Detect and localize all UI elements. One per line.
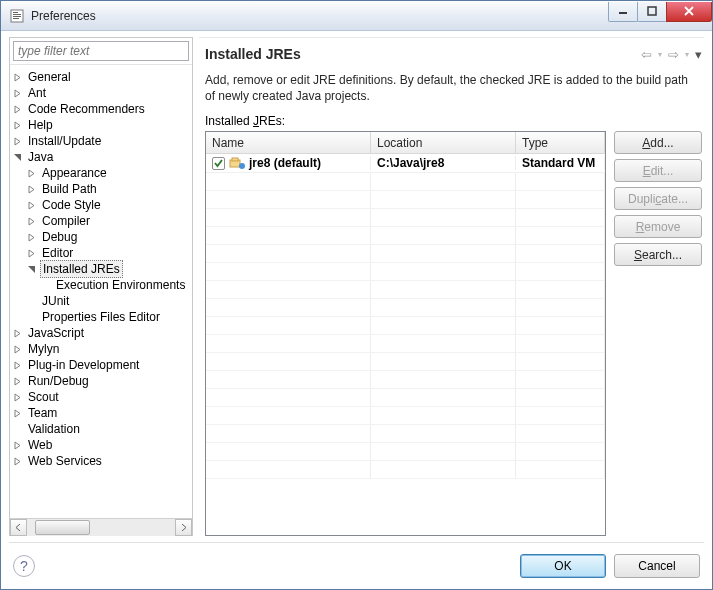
expand-icon[interactable] <box>12 120 23 131</box>
tree-item-label[interactable]: Build Path <box>40 181 99 197</box>
expand-icon[interactable] <box>26 200 37 211</box>
tree-item[interactable]: Compiler <box>26 213 192 229</box>
expand-icon[interactable] <box>12 456 23 467</box>
column-name[interactable]: Name <box>206 132 371 153</box>
svg-rect-2 <box>13 14 21 15</box>
tree-item-label[interactable]: Web <box>26 437 54 453</box>
scroll-left-button[interactable] <box>10 519 27 536</box>
tree-item-label[interactable]: JavaScript <box>26 325 86 341</box>
expand-icon[interactable] <box>26 184 37 195</box>
app-icon <box>9 8 25 24</box>
tree-item[interactable]: Debug <box>26 229 192 245</box>
titlebar[interactable]: Preferences <box>1 1 712 31</box>
tree-item-label[interactable]: Validation <box>26 421 82 437</box>
cancel-button[interactable]: Cancel <box>614 554 700 578</box>
tree-item-label[interactable]: Help <box>26 117 55 133</box>
expand-icon[interactable] <box>12 328 23 339</box>
minimize-button[interactable] <box>608 2 638 22</box>
tree-item[interactable]: Scout <box>12 389 192 405</box>
expand-icon[interactable] <box>12 136 23 147</box>
tree-item-label[interactable]: Web Services <box>26 453 104 469</box>
tree-item-label[interactable]: Code Recommenders <box>26 101 147 117</box>
tree-item[interactable]: Installed JREs <box>26 261 192 277</box>
scroll-right-button[interactable] <box>175 519 192 536</box>
tree-item[interactable]: Mylyn <box>12 341 192 357</box>
expand-icon[interactable] <box>12 88 23 99</box>
tree-item-label[interactable]: Install/Update <box>26 133 103 149</box>
ok-button[interactable]: OK <box>520 554 606 578</box>
nav-menu-icon[interactable]: ▾ <box>695 47 702 62</box>
expand-icon[interactable] <box>12 72 23 83</box>
tree-item-label[interactable]: Ant <box>26 85 48 101</box>
tree-item[interactable]: Plug-in Development <box>12 357 192 373</box>
nav-back-icon[interactable]: ⇦ <box>641 47 652 62</box>
tree-item[interactable]: Web <box>12 437 192 453</box>
tree-item[interactable]: Build Path <box>26 181 192 197</box>
expand-icon[interactable] <box>12 408 23 419</box>
tree-item[interactable]: Properties Files Editor <box>26 309 192 325</box>
tree-item[interactable]: General <box>12 69 192 85</box>
tree-item[interactable]: Help <box>12 117 192 133</box>
help-icon[interactable]: ? <box>13 555 35 577</box>
tree-item-label[interactable]: Properties Files Editor <box>40 309 162 325</box>
tree-item[interactable]: Run/Debug <box>12 373 192 389</box>
tree-item-label[interactable]: General <box>26 69 73 85</box>
column-type[interactable]: Type <box>516 132 605 153</box>
nav-forward-icon[interactable]: ⇨ <box>668 47 679 62</box>
tree-item-label[interactable]: Run/Debug <box>26 373 91 389</box>
tree-item-label[interactable]: Debug <box>40 229 79 245</box>
collapse-icon[interactable] <box>26 264 37 275</box>
tree-item[interactable]: Ant <box>12 85 192 101</box>
tree-item-label[interactable]: Plug-in Development <box>26 357 141 373</box>
tree-item[interactable]: Install/Update <box>12 133 192 149</box>
tree-item-label[interactable]: Scout <box>26 389 61 405</box>
jre-table[interactable]: Name Location Type jre8 (default)C:\Java… <box>205 131 606 536</box>
svg-rect-1 <box>13 12 18 13</box>
tree-item-label[interactable]: Appearance <box>40 165 109 181</box>
expand-icon[interactable] <box>26 216 37 227</box>
scroll-thumb[interactable] <box>35 520 90 535</box>
tree-item[interactable]: Code Style <box>26 197 192 213</box>
tree-item-label[interactable]: Code Style <box>40 197 103 213</box>
tree-item[interactable]: Validation <box>12 421 192 437</box>
remove-button: Remove <box>614 215 702 238</box>
tree-item-label[interactable]: Mylyn <box>26 341 61 357</box>
button-bar: ? OK Cancel <box>1 543 712 589</box>
tree-item-label[interactable]: Editor <box>40 245 75 261</box>
expand-icon[interactable] <box>26 232 37 243</box>
tree-item-label[interactable]: Team <box>26 405 59 421</box>
search-button[interactable]: Search... <box>614 243 702 266</box>
expand-icon[interactable] <box>12 392 23 403</box>
tree-item[interactable]: Web Services <box>12 453 192 469</box>
filter-input[interactable] <box>13 41 189 61</box>
tree-item-label[interactable]: Java <box>26 149 55 165</box>
tree-item[interactable]: Execution Environments <box>40 277 192 293</box>
collapse-icon[interactable] <box>12 152 23 163</box>
tree-item[interactable]: Editor <box>26 245 192 261</box>
expand-icon[interactable] <box>12 344 23 355</box>
tree-item[interactable]: Code Recommenders <box>12 101 192 117</box>
close-button[interactable] <box>666 2 712 22</box>
table-row[interactable]: jre8 (default)C:\Java\jre8Standard VM <box>206 154 605 173</box>
tree-viewer[interactable]: GeneralAntCode RecommendersHelpInstall/U… <box>10 64 192 518</box>
tree-item[interactable]: Team <box>12 405 192 421</box>
tree-item[interactable]: Java <box>12 149 192 165</box>
tree-item[interactable]: Appearance <box>26 165 192 181</box>
tree-hscrollbar[interactable] <box>10 518 192 535</box>
tree-item-label[interactable]: Installed JREs <box>40 260 123 278</box>
expand-icon[interactable] <box>12 440 23 451</box>
expand-icon[interactable] <box>12 376 23 387</box>
expand-icon[interactable] <box>26 248 37 259</box>
tree-item[interactable]: JavaScript <box>12 325 192 341</box>
expand-icon[interactable] <box>12 360 23 371</box>
expand-icon[interactable] <box>26 168 37 179</box>
column-location[interactable]: Location <box>371 132 516 153</box>
jre-checkbox[interactable] <box>212 157 225 170</box>
add-button[interactable]: Add... <box>614 131 702 154</box>
maximize-button[interactable] <box>637 2 667 22</box>
tree-item[interactable]: JUnit <box>26 293 192 309</box>
expand-icon[interactable] <box>12 104 23 115</box>
tree-item-label[interactable]: Execution Environments <box>54 277 187 293</box>
tree-item-label[interactable]: Compiler <box>40 213 92 229</box>
tree-item-label[interactable]: JUnit <box>40 293 71 309</box>
